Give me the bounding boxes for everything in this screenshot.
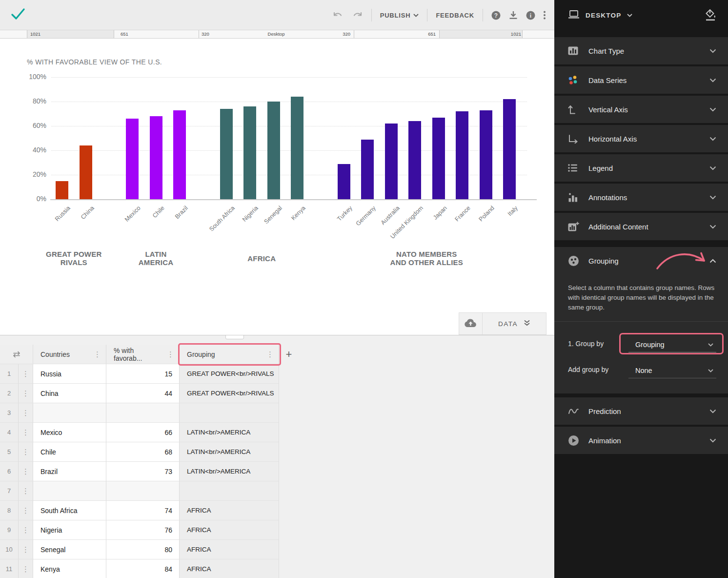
cell-value[interactable]: 68	[106, 442, 180, 462]
cell-grouping[interactable]: LATIN<br/>AMERICA	[180, 442, 279, 462]
cell-country[interactable]: Russia	[33, 364, 106, 384]
download-icon[interactable]	[509, 11, 518, 20]
grouping-panel-header[interactable]: Grouping	[554, 247, 728, 274]
cell-value[interactable]: 76	[106, 520, 180, 540]
cell-country[interactable]: Brazil	[33, 462, 106, 481]
row-number[interactable]: 6	[0, 462, 19, 481]
row-number[interactable]: 3	[0, 403, 19, 423]
column-header-countries[interactable]: Countries⋮	[33, 345, 106, 364]
sidebar-panel-prediction[interactable]: Prediction	[554, 397, 728, 425]
group-by-label: 1. Group by	[568, 340, 604, 348]
row-menu-icon[interactable]: ⋮	[19, 384, 33, 403]
double-chevron-down-icon	[524, 320, 530, 328]
cell-value[interactable]: 84	[106, 559, 180, 578]
device-selector[interactable]: DESKTOP	[568, 10, 632, 21]
row-menu-icon[interactable]: ⋮	[19, 462, 33, 481]
add-column-button[interactable]: +	[279, 345, 299, 364]
svg-text:?: ?	[494, 12, 498, 19]
chevron-down-icon	[708, 343, 713, 347]
cell-grouping[interactable]: AFRICA	[180, 559, 279, 578]
cell-value[interactable]: 74	[106, 501, 180, 520]
row-number[interactable]: 7	[0, 481, 19, 501]
cell-country[interactable]: Nigeria	[33, 520, 106, 540]
cell-country[interactable]	[33, 481, 106, 501]
info-icon[interactable]: i	[526, 11, 535, 20]
row-number[interactable]: 10	[0, 540, 19, 559]
cell-country[interactable]: China	[33, 384, 106, 403]
sidebar-panel-animation[interactable]: Animation	[554, 427, 728, 454]
kebab-menu-icon[interactable]	[544, 11, 546, 20]
bar-japan	[432, 118, 445, 200]
cell-grouping[interactable]: AFRICA	[180, 540, 279, 559]
column-menu-icon[interactable]: ⋮	[262, 350, 279, 359]
cell-grouping[interactable]	[180, 481, 279, 501]
help-icon[interactable]: ?	[491, 11, 501, 20]
cell-country[interactable]: Mexico	[33, 423, 106, 442]
table-header-row: Countries⋮% with favorab...⋮Grouping⋮+	[0, 345, 299, 364]
cell-grouping[interactable]: LATIN<br/>AMERICA	[180, 462, 279, 481]
cell-country[interactable]: Kenya	[33, 559, 106, 578]
cell-value[interactable]: 66	[106, 423, 180, 442]
cell-country[interactable]	[33, 403, 106, 423]
publish-button[interactable]: PUBLISH	[380, 12, 419, 19]
column-menu-icon[interactable]: ⋮	[162, 350, 179, 359]
cell-grouping[interactable]: GREAT POWER<br/>RIVALS	[180, 364, 279, 384]
cell-value[interactable]	[106, 481, 180, 501]
sidebar-panel-annotations[interactable]: Annotations	[554, 184, 728, 211]
row-number[interactable]: 5	[0, 442, 19, 462]
redo-icon[interactable]	[352, 11, 363, 19]
cell-grouping[interactable]: AFRICA	[180, 520, 279, 540]
cell-grouping[interactable]: LATIN<br/>AMERICA	[180, 423, 279, 442]
sidebar-panel-vertical-axis[interactable]: Vertical Axis	[554, 96, 728, 123]
row-menu-icon[interactable]: ⋮	[19, 501, 33, 520]
row-menu-icon[interactable]: ⋮	[19, 559, 33, 578]
row-number[interactable]: 11	[0, 559, 19, 578]
device-label: DESKTOP	[586, 12, 621, 19]
table-row: 8⋮South Africa74AFRICA	[0, 501, 299, 520]
row-number[interactable]: 4	[0, 423, 19, 442]
row-menu-icon[interactable]: ⋮	[19, 364, 33, 384]
row-number[interactable]: 2	[0, 384, 19, 403]
publish-label: PUBLISH	[380, 12, 411, 19]
cell-grouping[interactable]	[180, 403, 279, 423]
feedback-button[interactable]: FEEDBACK	[436, 12, 474, 19]
column-menu-icon[interactable]: ⋮	[89, 350, 106, 359]
cell-value[interactable]	[106, 403, 180, 423]
paint-bucket-icon[interactable]	[705, 9, 716, 23]
row-number[interactable]: 1	[0, 364, 19, 384]
upload-button[interactable]	[459, 313, 483, 334]
cell-country[interactable]: Senegal	[33, 540, 106, 559]
sidebar-panel-chart-type[interactable]: Chart Type	[554, 37, 728, 64]
row-number[interactable]: 9	[0, 520, 19, 540]
row-menu-icon[interactable]: ⋮	[19, 520, 33, 540]
cell-value[interactable]: 15	[106, 364, 180, 384]
row-menu-icon[interactable]: ⋮	[19, 423, 33, 442]
row-menu-icon[interactable]: ⋮	[19, 540, 33, 559]
row-menu-icon[interactable]: ⋮	[19, 403, 33, 423]
data-drawer-button[interactable]: DATA	[483, 313, 546, 334]
sidebar-header: DESKTOP	[554, 0, 728, 30]
row-menu-icon[interactable]: ⋮	[19, 481, 33, 501]
undo-icon[interactable]	[332, 11, 344, 19]
column-header--with-favorab-[interactable]: % with favorab...⋮	[106, 345, 180, 364]
drawer-drag-handle[interactable]: =	[225, 335, 244, 339]
sidebar-panel-legend[interactable]: Legend	[554, 154, 728, 182]
bar-south-africa	[220, 109, 233, 199]
row-number[interactable]: 8	[0, 501, 19, 520]
cell-value[interactable]: 44	[106, 384, 180, 403]
group-by-select[interactable]: Grouping	[628, 337, 716, 352]
row-menu-icon[interactable]: ⋮	[19, 442, 33, 462]
sidebar-panel-additional-content[interactable]: Additional Content	[554, 213, 728, 240]
cell-grouping[interactable]: AFRICA	[180, 501, 279, 520]
add-group-by-select[interactable]: None	[628, 363, 716, 378]
cell-country[interactable]: Chile	[33, 442, 106, 462]
transpose-header-cell[interactable]	[0, 345, 33, 364]
sidebar-panel-data-series[interactable]: Data Series	[554, 66, 728, 94]
y-axis-label: 80%	[10, 97, 46, 105]
column-header-grouping[interactable]: Grouping⋮	[180, 345, 279, 364]
cell-country[interactable]: South Africa	[33, 501, 106, 520]
sidebar-panel-horizontal-axis[interactable]: Horizontal Axis	[554, 125, 728, 152]
cell-grouping[interactable]: GREAT POWER<br/>RIVALS	[180, 384, 279, 403]
cell-value[interactable]: 80	[106, 540, 180, 559]
cell-value[interactable]: 73	[106, 462, 180, 481]
